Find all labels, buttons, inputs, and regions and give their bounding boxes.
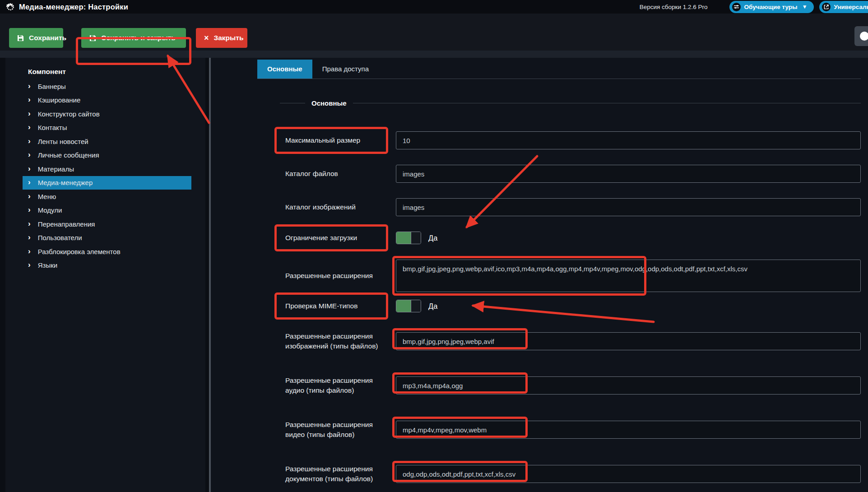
chevron-right-icon: › (28, 96, 31, 103)
save-icon (17, 35, 24, 42)
sidebar-item-6[interactable]: ›Материалы (5, 162, 205, 176)
field-row-9: Разрешенные расширения документов (типы … (280, 464, 861, 484)
sidebar-item-label: Конструктор сайтов (38, 110, 100, 118)
chevron-right-icon: › (28, 137, 31, 145)
field-label: Проверка MIME-типов (280, 301, 396, 311)
toggle-switch-on[interactable] (396, 232, 421, 244)
sidebar-item-label: Контакты (38, 124, 67, 131)
tab-bar: ОсновныеПрава доступа (257, 60, 861, 79)
sidebar-item-7[interactable]: ›Медиа-менеджер (23, 176, 191, 190)
sidebar-heading: Компонент (28, 68, 205, 76)
toolbar-divider-band (0, 51, 868, 58)
field-row-7: Разрешенные расширения аудио (типы файло… (280, 376, 861, 396)
save-button[interactable]: Сохранить (9, 28, 63, 48)
field-control: Да (396, 300, 861, 312)
sidebar-item-label: Пользователи (38, 234, 82, 241)
field-row-8: Разрешенные расширения видео (типы файло… (280, 420, 861, 440)
chevron-right-icon: › (28, 82, 31, 90)
sidebar-item-1[interactable]: ›Кэширование (5, 93, 205, 107)
sidebar-item-label: Баннеры (38, 83, 66, 90)
field-label: Разрешенные расширения (280, 271, 396, 281)
close-icon: × (204, 34, 209, 42)
sidebar: Компонент ›Баннеры›Кэширование›Конструкт… (5, 58, 205, 492)
universal-label: Универсальные (834, 4, 868, 10)
chevron-down-icon: ▼ (802, 4, 808, 10)
chevron-right-icon: › (28, 178, 31, 186)
annotation-box-label (274, 292, 388, 320)
field-row-4: Разрешенные расширения (280, 260, 861, 292)
field-label: Ограничение загрузки (280, 233, 396, 243)
field-row-3: Ограничение загрузкиДа (280, 232, 861, 244)
sidebar-item-10[interactable]: ›Перенаправления (5, 217, 205, 231)
close-button[interactable]: × Закрыть (196, 28, 247, 48)
sidebar-item-12[interactable]: ›Разблокировка элементов (5, 245, 205, 259)
text-field[interactable] (396, 376, 861, 395)
sidebar-item-9[interactable]: ›Модули (5, 204, 205, 218)
annotation-box-label (274, 224, 388, 251)
chevron-right-icon: › (28, 220, 31, 227)
sidebar-item-13[interactable]: ›Языки (5, 259, 205, 273)
sidebar-item-label: Меню (38, 193, 56, 200)
sidebar-item-label: Медиа-менеджер (38, 179, 93, 186)
field-label: Разрешенные расширения документов (типы … (280, 464, 396, 484)
chevron-right-icon: › (28, 165, 31, 172)
chevron-right-icon: › (28, 261, 31, 269)
toggle-switch-on[interactable] (396, 300, 421, 312)
sidebar-item-0[interactable]: ›Баннеры (5, 79, 205, 93)
toggle-on-segment (396, 232, 411, 244)
sliders-icon (732, 3, 741, 11)
sidebar-item-label: Разблокировка элементов (38, 248, 121, 255)
field-label: Разрешенные расширения аудио (типы файло… (280, 376, 396, 396)
field-label: Каталог файлов (280, 169, 396, 179)
sidebar-item-5[interactable]: ›Личные сообщения (5, 149, 205, 162)
page-title: Медиа-менеджер: Настройки (19, 3, 128, 11)
field-label: Разрешенные расширения видео (типы файло… (280, 420, 396, 440)
field-row-5: Проверка MIME-типовДа (280, 300, 861, 312)
sidebar-item-label: Модули (38, 206, 62, 214)
tab-1[interactable]: Права доступа (312, 60, 379, 79)
text-field[interactable] (396, 165, 861, 183)
field-label: Каталог изображений (280, 202, 396, 212)
sidebar-item-label: Материалы (38, 165, 74, 173)
chevron-right-icon: › (28, 192, 31, 200)
toggle-on-segment (396, 300, 411, 312)
annotation-box-label (274, 127, 388, 154)
universal-settings-button[interactable]: Универсальные (819, 1, 868, 13)
field-control (396, 260, 861, 292)
field-control (396, 131, 861, 149)
section-legend: Основные (305, 99, 353, 107)
save-and-close-button[interactable]: Сохранить и закрыть (81, 28, 186, 48)
sidebar-list: ›Баннеры›Кэширование›Конструктор сайтов›… (5, 79, 205, 272)
sidebar-item-label: Ленты новостей (38, 138, 88, 145)
field-row-2: Каталог изображений (280, 198, 861, 216)
text-field[interactable] (396, 465, 861, 483)
toolbar: Сохранить Сохранить и закрыть × Закрыть (0, 14, 868, 51)
options-fieldset: Основные Максимальный размерКаталог файл… (280, 99, 861, 484)
tours-button[interactable]: Обучающие туры ▼ (729, 1, 814, 13)
external-link-icon (822, 3, 831, 11)
toggle-knob (411, 232, 421, 244)
field-control: Да (396, 232, 861, 244)
field-control (396, 332, 861, 350)
chevron-right-icon: › (28, 110, 31, 117)
field-control (396, 376, 861, 395)
sidebar-item-4[interactable]: ›Ленты новостей (5, 135, 205, 149)
text-field[interactable] (396, 198, 861, 216)
tab-0[interactable]: Основные (257, 60, 312, 79)
chevron-right-icon: › (28, 233, 31, 241)
text-field[interactable] (396, 421, 861, 439)
sidebar-item-2[interactable]: ›Конструктор сайтов (5, 107, 205, 121)
sidebar-item-label: Перенаправления (38, 220, 95, 228)
text-field[interactable] (396, 131, 861, 149)
textarea-field[interactable] (396, 260, 861, 292)
sidebar-item-8[interactable]: ›Меню (5, 190, 205, 204)
gear-icon (6, 3, 14, 11)
sidebar-item-label: Языки (38, 261, 57, 269)
help-button[interactable] (854, 26, 868, 46)
field-control (396, 421, 861, 439)
sidebar-item-label: Кэширование (38, 96, 81, 104)
sidebar-item-3[interactable]: ›Контакты (5, 121, 205, 135)
sidebar-item-11[interactable]: ›Пользователи (5, 231, 205, 245)
chevron-right-icon: › (28, 247, 31, 255)
text-field[interactable] (396, 332, 861, 350)
